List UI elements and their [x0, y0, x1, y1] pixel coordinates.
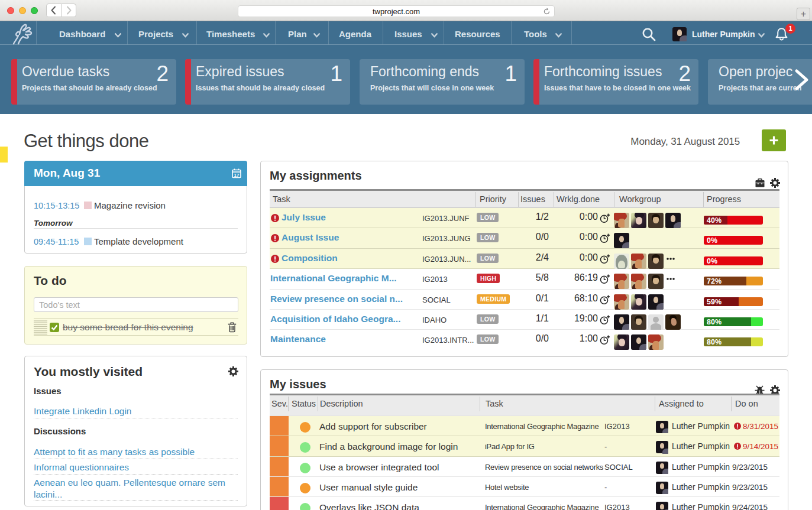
svg-text:17: 17 [234, 173, 240, 178]
